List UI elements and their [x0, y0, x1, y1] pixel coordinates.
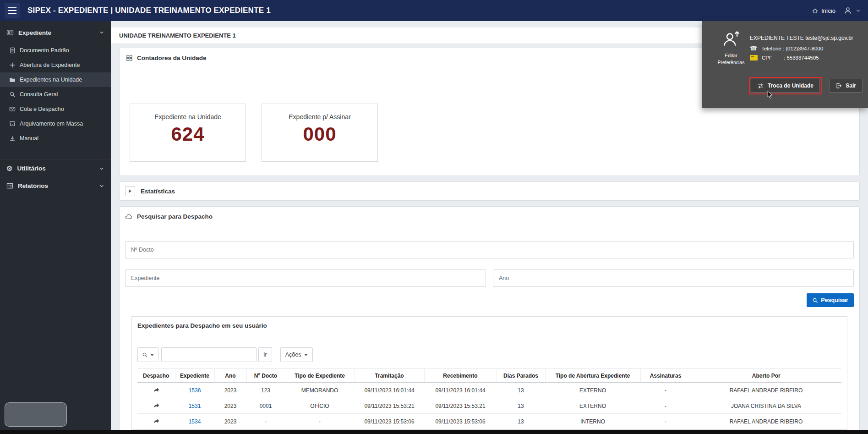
column-header[interactable]: Tipo de Abertura Expediente — [545, 369, 640, 383]
sidebar-item-consulta-geral[interactable]: Consulta Geral — [0, 87, 111, 102]
user-name-email: EXPEDIENTE TESTE teste@sjc.sp.gov.br — [750, 35, 866, 41]
expand-estatisticas-button[interactable] — [125, 186, 135, 196]
report-search-input[interactable] — [161, 347, 257, 362]
page-title: UNIDADE TREINAMENTO EXPEDIENTE 1 — [119, 32, 236, 39]
table-cell: 1536 — [175, 383, 214, 398]
table-cell: 09/11/2023 15:53:06 — [355, 414, 424, 429]
column-header[interactable]: Tramitação — [355, 369, 424, 383]
edit-preferences-label: Editar Preferências — [711, 52, 751, 66]
counter-value: 000 — [262, 123, 377, 145]
id-card-icon — [6, 29, 14, 36]
chevron-down-icon — [150, 354, 154, 356]
chevron-down-icon — [99, 30, 104, 35]
sidebar-item-label: Manual — [20, 135, 38, 142]
gear-icon — [6, 165, 12, 172]
column-header[interactable]: Expediente — [175, 369, 214, 383]
column-header[interactable]: Tipo de Expediente — [285, 369, 355, 383]
grid-icon — [126, 55, 133, 61]
annotation-highlight: Troca de Unidade — [749, 77, 822, 94]
table-cell: OFÍCIO — [285, 398, 355, 414]
sidebar-item-label: Arquivamento em Massa — [20, 121, 83, 127]
search-column-select[interactable] — [137, 347, 158, 362]
sidebar-item-abertura-expediente[interactable]: Abertura de Expediente — [0, 58, 111, 72]
search-panel: Pesquisar para Despacho Pesquisar — [119, 206, 860, 434]
table-cell: - — [640, 398, 691, 414]
column-header[interactable]: Nº Docto — [246, 369, 285, 383]
home-link[interactable]: Início — [812, 7, 835, 14]
table-icon — [6, 182, 13, 189]
phone-icon — [750, 45, 757, 51]
expediente-link[interactable]: 1536 — [189, 387, 201, 394]
table-cell: 09/11/2023 16:01:44 — [355, 383, 424, 398]
sidebar-item-label: Consulta Geral — [20, 91, 58, 98]
mouse-cursor — [767, 90, 774, 99]
go-button[interactable]: Ir — [258, 347, 272, 362]
sidebar-section-label: Relatórios — [18, 182, 48, 189]
forward-despacho-icon[interactable] — [153, 418, 160, 424]
sidebar-section-expediente[interactable]: Expediente — [0, 24, 111, 41]
search-panel-title: Pesquisar para Despacho — [137, 213, 213, 220]
expediente-link[interactable]: 1534 — [189, 418, 201, 425]
logout-button[interactable]: Sair — [829, 79, 863, 93]
counter-card-unidade: Expediente na Unidade 624 — [130, 104, 246, 162]
sidebar-item-arquivamento-massa[interactable]: Arquivamento em Massa — [0, 116, 111, 131]
swap-arrows-icon — [757, 83, 764, 89]
cpf-card-icon — [750, 55, 758, 60]
table-cell: EXTERNO — [545, 383, 640, 398]
docto-input[interactable] — [125, 241, 854, 258]
report-toolbar: Ir Ações — [137, 347, 841, 362]
search-icon — [142, 352, 148, 358]
menu-toggle-button[interactable] — [5, 3, 20, 18]
table-cell: - — [640, 414, 691, 429]
envelope-icon — [9, 106, 16, 112]
sidebar-item-cota-despacho[interactable]: Cota e Despacho — [0, 102, 111, 116]
user-menu-button[interactable] — [844, 6, 861, 15]
forward-despacho-icon[interactable] — [153, 386, 160, 393]
sidebar-item-label: Cota e Despacho — [20, 106, 64, 112]
expediente-input[interactable] — [125, 269, 486, 287]
download-icon — [9, 135, 16, 142]
chevron-down-icon — [304, 354, 308, 356]
table-cell: EXTERNO — [545, 398, 640, 414]
column-header[interactable]: Aberto Por — [691, 369, 841, 383]
person-icon — [844, 6, 852, 15]
edit-preferences-block[interactable]: Editar Preferências — [711, 29, 751, 66]
table-cell: 09/11/2023 15:53:21 — [355, 398, 424, 414]
table-cell: 09/11/2023 16:01:44 — [424, 383, 497, 398]
column-header[interactable]: Dias Parados — [497, 369, 545, 383]
sidebar-section-label: Utilitários — [17, 165, 45, 172]
report-table: Despacho Expediente Ano Nº Docto Tipo de… — [137, 368, 841, 429]
table-row: 1534 2023 - - 09/11/2023 15:53:06 09/11/… — [137, 414, 841, 429]
table-cell: 123 — [246, 383, 285, 398]
topbar: SIPEX - EXPEDIENTE | UNIDADE TREINAMENTO… — [0, 0, 868, 21]
column-header[interactable]: Despacho — [137, 369, 175, 383]
sidebar-item-expedientes-na-unidade[interactable]: Expedientes na Unidade — [0, 72, 111, 87]
user-cpf-line: CPF : 55333744505 — [750, 55, 866, 60]
logout-icon — [835, 82, 842, 89]
search-icon — [812, 297, 818, 303]
forward-despacho-icon[interactable] — [153, 402, 160, 409]
table-header-row: Despacho Expediente Ano Nº Docto Tipo de… — [137, 369, 841, 383]
report-title: Expedientes para Despacho em seu usuário — [137, 322, 841, 329]
sidebar-section-relatorios[interactable]: Relatórios — [0, 177, 111, 194]
sidebar-section-utilitarios[interactable]: Utilitários — [0, 159, 111, 177]
document-icon — [9, 47, 16, 54]
table-cell — [137, 398, 175, 414]
expediente-link[interactable]: 1531 — [189, 403, 201, 409]
column-header[interactable]: Assinaturas — [640, 369, 691, 383]
pesquisar-button[interactable]: Pesquisar — [807, 293, 854, 307]
counter-cards: Expediente na Unidade 624 Expediente p/ … — [126, 104, 853, 162]
column-header[interactable]: Ano — [214, 369, 246, 383]
change-unit-button[interactable]: Troca de Unidade — [751, 79, 820, 93]
sidebar-item-documento-padrao[interactable]: Documento Padrão — [0, 43, 111, 58]
report-region: Expedientes para Despacho em seu usuário… — [131, 316, 847, 430]
table-cell — [137, 414, 175, 429]
actions-button[interactable]: Ações — [280, 347, 313, 362]
chevron-down-icon — [99, 183, 104, 189]
sidebar-item-manual[interactable]: Manual — [0, 131, 111, 146]
estatisticas-panel: Estatísticas — [119, 181, 860, 201]
ano-input[interactable] — [493, 269, 854, 287]
user-info: EXPEDIENTE TESTE teste@sjc.sp.gov.br Tel… — [750, 35, 866, 64]
column-header[interactable]: Recebimento — [424, 369, 497, 383]
cpf-label: CPF — [762, 55, 772, 60]
